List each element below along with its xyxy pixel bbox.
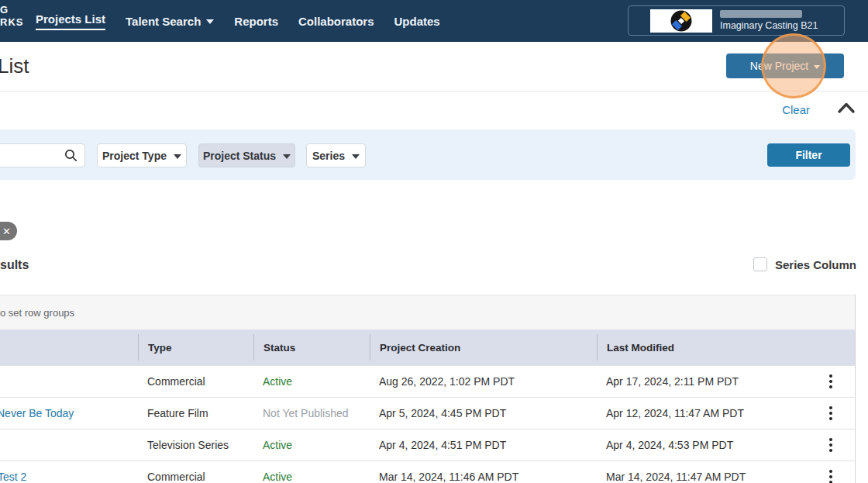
project-type-dropdown[interactable]: Project Type — [97, 143, 187, 167]
applied-filter-chip[interactable]: ✕ — [0, 222, 17, 240]
search-icon[interactable] — [64, 149, 78, 162]
chevron-down-icon — [352, 154, 360, 159]
kebab-menu-icon[interactable] — [825, 371, 837, 392]
account-switcher[interactable]: Imaginary Casting B21 — [628, 5, 845, 36]
search-input[interactable] — [0, 144, 64, 167]
chevron-down-icon — [283, 154, 291, 159]
project-name-cell: Test 2 — [0, 471, 138, 483]
nav-item-talent-search[interactable]: Talent Search — [126, 15, 214, 28]
clear-filters-link[interactable]: Clear — [782, 103, 810, 116]
series-dropdown[interactable]: Series — [306, 143, 366, 167]
kebab-menu-icon[interactable] — [825, 467, 837, 483]
project-creation-cell: Apr 4, 2024, 4:51 PM PDT — [370, 439, 597, 451]
filter-panel-header: Clear — [0, 91, 868, 129]
chevron-down-icon — [814, 65, 820, 69]
series-column-label: Series Column — [775, 258, 856, 271]
column-header-project-creation[interactable]: Project Creation — [370, 334, 597, 361]
column-header-name[interactable] — [0, 334, 138, 361]
project-status-dropdown[interactable]: Project Status — [198, 143, 295, 167]
project-creation-cell: Aug 26, 2022, 1:02 PM PDT — [370, 375, 597, 388]
project-status-cell: Active — [253, 375, 370, 388]
nav-item-reports[interactable]: Reports — [234, 15, 278, 28]
account-name-redacted — [720, 10, 802, 18]
row-group-drop-zone[interactable]: o set row groups — [0, 295, 855, 329]
chevron-down-icon — [174, 154, 181, 159]
column-header-type[interactable]: Type — [138, 334, 253, 361]
chevron-down-icon — [206, 19, 214, 24]
nav-item-label: Talent Search — [126, 15, 201, 28]
close-icon[interactable]: ✕ — [2, 226, 11, 236]
results-count-label: sults — [0, 258, 29, 272]
project-creation-cell: Mar 14, 2024, 11:46 AM PDT — [370, 471, 597, 483]
nav-item-updates[interactable]: Updates — [394, 15, 440, 28]
account-text: Imaginary Casting B21 — [720, 10, 818, 31]
nav-item-projects-list[interactable]: Projects List — [36, 12, 105, 30]
series-column-checkbox[interactable] — [753, 257, 767, 271]
new-project-button[interactable]: New Project — [726, 53, 844, 78]
account-org-name: Imaginary Casting B21 — [720, 20, 818, 31]
table-row: Test 2 Commercial Active Mar 14, 2024, 1… — [0, 461, 855, 483]
project-name-link[interactable]: Never Be Today — [0, 407, 74, 419]
project-creation-cell: Apr 5, 2024, 4:45 PM PDT — [370, 407, 597, 419]
project-type-cell: Commercial — [138, 375, 253, 388]
account-logo — [650, 9, 712, 33]
casting-company-logo-icon — [670, 9, 693, 33]
column-header-actions — [806, 334, 856, 361]
filter-bar: Project Type Project Status Series Filte… — [0, 129, 856, 180]
filter-button[interactable]: Filter — [767, 143, 850, 167]
nav-item-label: Projects List — [36, 12, 105, 30]
last-modified-cell: Apr 4, 2024, 4:53 PM PDT — [597, 439, 806, 451]
app-logo-line1: G — [0, 4, 23, 16]
nav-item-label: Reports — [234, 15, 278, 28]
grid-header-row: Type Status Project Creation Last Modifi… — [0, 329, 855, 365]
table-row: Commercial Active Aug 26, 2022, 1:02 PM … — [0, 365, 855, 397]
last-modified-cell: Apr 17, 2024, 2:11 PM PDT — [597, 375, 806, 388]
nav-items: Projects List Talent Search Reports Coll… — [36, 0, 440, 42]
projects-grid: o set row groups Type Status Project Cre… — [0, 295, 856, 483]
project-status-cell: Active — [253, 439, 370, 451]
project-type-cell: Feature Film — [138, 407, 253, 419]
project-name-cell: Never Be Today — [0, 407, 138, 419]
app-logo-line2: RKS — [0, 16, 23, 29]
column-header-last-modified[interactable]: Last Modified — [597, 334, 806, 361]
column-header-status[interactable]: Status — [253, 334, 370, 361]
chevron-up-icon[interactable] — [837, 101, 856, 119]
project-status-cell: Not Yet Published — [253, 407, 370, 419]
table-row: Television Series Active Apr 4, 2024, 4:… — [0, 429, 855, 461]
projects-list-page: G RKS Projects List Talent Search Report… — [0, 0, 868, 483]
new-project-label: New Project — [750, 60, 808, 72]
kebab-menu-icon[interactable] — [825, 403, 837, 423]
app-logo[interactable]: G RKS — [0, 4, 23, 29]
top-navbar: G RKS Projects List Talent Search Report… — [0, 0, 868, 42]
nav-item-label: Collaborators — [298, 15, 374, 28]
page-title: List — [0, 54, 29, 78]
last-modified-cell: Mar 14, 2024, 11:47 AM PDT — [597, 471, 806, 483]
search-field — [0, 143, 85, 167]
series-dropdown-label: Series — [312, 150, 345, 162]
project-type-cell: Television Series — [138, 439, 253, 451]
project-status-cell: Active — [253, 471, 370, 483]
kebab-menu-icon[interactable] — [825, 435, 837, 455]
nav-item-label: Updates — [394, 15, 440, 28]
table-row: Never Be Today Feature Film Not Yet Publ… — [0, 397, 855, 429]
project-type-cell: Commercial — [138, 471, 253, 483]
series-column-toggle: Series Column — [753, 257, 856, 271]
page-header: List New Project — [0, 42, 868, 91]
last-modified-cell: Apr 12, 2024, 11:47 AM PDT — [597, 407, 806, 419]
project-name-link[interactable]: Test 2 — [0, 471, 26, 483]
project-status-dropdown-label: Project Status — [203, 150, 276, 162]
nav-item-collaborators[interactable]: Collaborators — [298, 15, 374, 28]
project-type-dropdown-label: Project Type — [102, 150, 167, 162]
row-group-hint: o set row groups — [0, 307, 74, 319]
